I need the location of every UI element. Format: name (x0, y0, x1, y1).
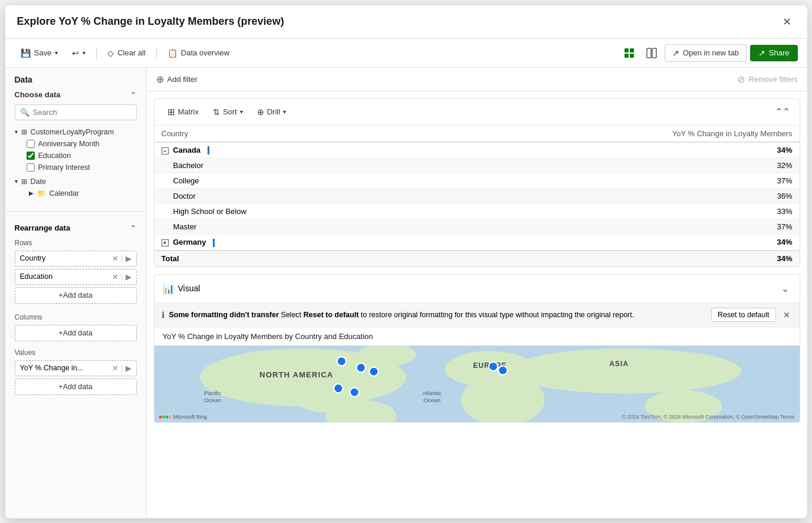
title-bar: Explore YoY % Change in Loyalty Members … (5, 5, 807, 39)
row-country-actions: ✕ | ▶ (112, 254, 131, 263)
share-button[interactable]: ↗ Share (750, 45, 798, 61)
undo-button[interactable]: ↩ ▾ (66, 45, 91, 61)
share-label: Share (769, 48, 790, 57)
drill-chevron-icon: ▾ (283, 108, 286, 115)
date-table-icon: ⊞ (21, 177, 27, 186)
value-yoy-remove-icon[interactable]: ✕ (112, 364, 119, 373)
row-education-actions: ✕ | ▶ (112, 272, 131, 281)
tree-calendar[interactable]: ▶ 📁 Calendar (27, 188, 137, 199)
add-filter-button[interactable]: ⊕ Add filter (156, 74, 198, 85)
drill-icon: ⊕ (257, 107, 264, 117)
expand-canada-icon[interactable]: − (162, 147, 169, 154)
table-cell-value: 32% (428, 158, 799, 173)
svg-point-25 (488, 361, 497, 370)
visual-icon: 📊 (163, 283, 175, 294)
table-row: High School or Below 33% (154, 204, 800, 219)
matrix-button[interactable]: ⊞ Matrix (162, 104, 205, 120)
choose-data-label: Choose data (15, 90, 61, 99)
row-country-more-icon[interactable]: ▶ (126, 254, 132, 263)
toolbar-separator-2 (156, 47, 157, 59)
svg-text:ASIA: ASIA (609, 360, 629, 368)
rearrange-section: Rearrange data ⌃ Rows Country ✕ | ▶ Educ… (5, 216, 146, 407)
main-content: Data Choose data ⌃ 🔍 ▾ ⊞ CustomerLoyalty… (5, 68, 807, 518)
matrix-section: ⊞ Matrix ⇅ Sort ▾ ⊕ Drill ▾ ⌃⌃ (154, 98, 800, 267)
map-title: YoY % Change in Loyalty Members by Count… (154, 327, 800, 346)
split-view-button[interactable] (642, 44, 661, 63)
table-row: College 37% (154, 173, 800, 189)
info-text: Some formatting didn't transfer Select R… (169, 311, 635, 319)
map-bing-logo: ■■■■ Microsoft Bing (159, 414, 207, 420)
svg-rect-0 (624, 48, 629, 52)
primary-interest-label: Primary Interest (38, 163, 90, 172)
matrix-scroll-area[interactable]: Country YoY % Change in Loyalty Members … (154, 126, 800, 267)
tree-root-date[interactable]: ▾ ⊞ Date (15, 176, 137, 188)
rows-label: Rows (15, 239, 137, 247)
matrix-toolbar: ⊞ Matrix ⇅ Sort ▾ ⊕ Drill ▾ ⌃⌃ (154, 99, 800, 126)
search-box: 🔍 (15, 104, 137, 120)
tree-calendar-expand-icon: ▶ (29, 190, 34, 196)
choose-data-header: Choose data ⌃ (15, 90, 137, 100)
table-row: Master 37% (154, 219, 800, 235)
data-overview-button[interactable]: 📋 Data overview (162, 45, 235, 61)
save-icon: 💾 (21, 48, 31, 58)
row-country-pill: Country ✕ | ▶ (15, 251, 137, 267)
svg-rect-5 (652, 48, 656, 58)
tree-root-customer[interactable]: ▾ ⊞ CustomerLoyaltyProgram (15, 126, 137, 138)
primary-interest-checkbox[interactable] (27, 163, 35, 172)
save-button[interactable]: 💾 Save ▾ (15, 45, 64, 61)
row-education-more-icon[interactable]: ▶ (126, 272, 132, 281)
svg-rect-1 (630, 48, 634, 52)
open-new-tab-button[interactable]: ↗ Open in new tab (665, 44, 747, 62)
matrix-collapse-button[interactable]: ⌃⌃ (772, 104, 793, 120)
table-row-total: Total 34% (154, 251, 800, 267)
value-yoy-more-icon[interactable]: ▶ (126, 364, 132, 373)
rows-add-data-button[interactable]: +Add data (15, 287, 137, 304)
table-cell-total-label: Total (154, 251, 429, 267)
toolbar-separator-1 (96, 47, 97, 59)
banner-close-button[interactable]: ✕ (781, 309, 793, 321)
rearrange-label: Rearrange data (15, 223, 71, 232)
anniversary-checkbox[interactable] (27, 140, 35, 148)
folder-icon: 📁 (37, 189, 46, 198)
add-filter-icon: ⊕ (156, 74, 164, 85)
search-input[interactable] (33, 108, 132, 117)
reset-to-default-button[interactable]: Reset to default (711, 308, 776, 322)
tree-children-customer: Anniversary Month Education Primary Inte… (15, 138, 137, 173)
col-header-value: YoY % Change in Loyalty Members (428, 126, 799, 142)
sort-label: Sort (223, 107, 237, 116)
visual-section: 📊 Visual ⌄ ℹ Some formatting didn't tran… (154, 274, 800, 423)
rearrange-header: Rearrange data ⌃ (15, 223, 137, 233)
svg-point-27 (334, 384, 343, 393)
svg-rect-3 (630, 54, 634, 58)
tree-root-label-customer: CustomerLoyaltyProgram (31, 128, 114, 136)
drill-button[interactable]: ⊕ Drill ▾ (251, 104, 292, 120)
table-cell-value: 34% (428, 235, 799, 251)
clear-button[interactable]: ◇ Clear all (101, 45, 152, 61)
table-cell-label: Bachelor (154, 158, 429, 173)
main-window: Explore YoY % Change in Loyalty Members … (5, 5, 807, 518)
visual-expand-button[interactable]: ⌄ (779, 281, 791, 297)
values-add-data-button[interactable]: +Add data (15, 379, 137, 395)
visual-title-row: 📊 Visual (163, 283, 200, 294)
table-cell-text: Germany (173, 238, 206, 246)
data-section: Data Choose data ⌃ 🔍 ▾ ⊞ CustomerLoyalty… (5, 68, 146, 206)
sidebar: Data Choose data ⌃ 🔍 ▾ ⊞ CustomerLoyalty… (5, 68, 147, 518)
save-chevron-icon: ▾ (55, 50, 58, 56)
columns-add-data-button[interactable]: +Add data (15, 325, 137, 341)
expand-germany-icon[interactable]: + (162, 239, 169, 246)
row-country-remove-icon[interactable]: ✕ (112, 254, 119, 263)
data-overview-label: Data overview (181, 48, 229, 57)
matrix-icon: ⊞ (167, 107, 175, 117)
remove-filters-label: Remove filters (748, 75, 797, 84)
toolbar-right: ↗ Open in new tab ↗ Share (620, 44, 797, 63)
sort-button[interactable]: ⇅ Sort ▾ (207, 104, 249, 120)
svg-rect-4 (647, 48, 651, 58)
close-button[interactable]: ✕ (779, 14, 795, 30)
tree-child-anniversary: Anniversary Month (27, 138, 137, 150)
row-education-remove-icon[interactable]: ✕ (112, 272, 119, 281)
grid-view-button[interactable] (620, 44, 639, 63)
remove-filters-button[interactable]: ⊘ Remove filters (737, 74, 797, 85)
education-checkbox[interactable] (27, 152, 35, 160)
value-yoy-label: YoY % Change in... (20, 364, 113, 372)
table-cell-label: Doctor (154, 189, 429, 204)
